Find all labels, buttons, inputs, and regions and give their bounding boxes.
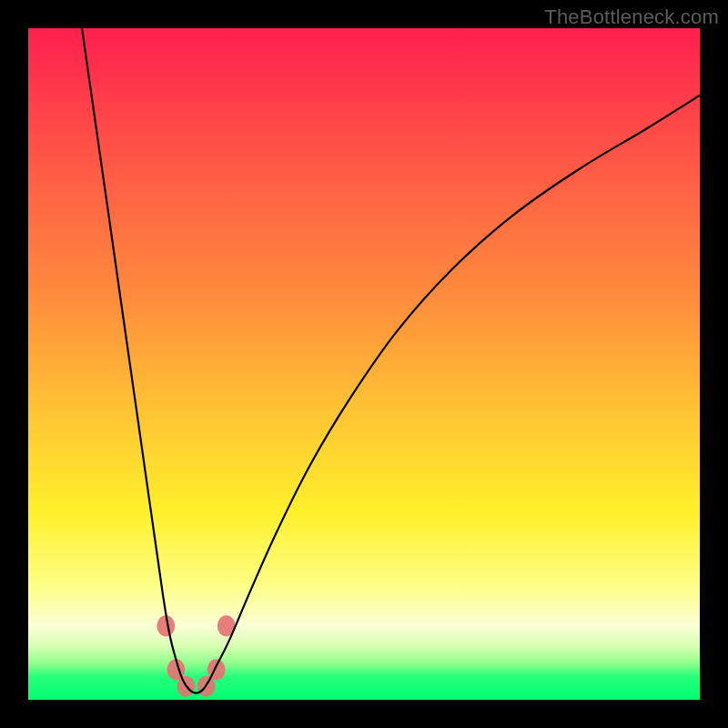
watermark-text: TheBottleneck.com	[544, 5, 719, 29]
curve-marker-4	[207, 659, 226, 680]
bottleneck-curve	[82, 28, 700, 693]
chart-plot-area	[28, 28, 700, 700]
chart-svg	[28, 28, 700, 700]
